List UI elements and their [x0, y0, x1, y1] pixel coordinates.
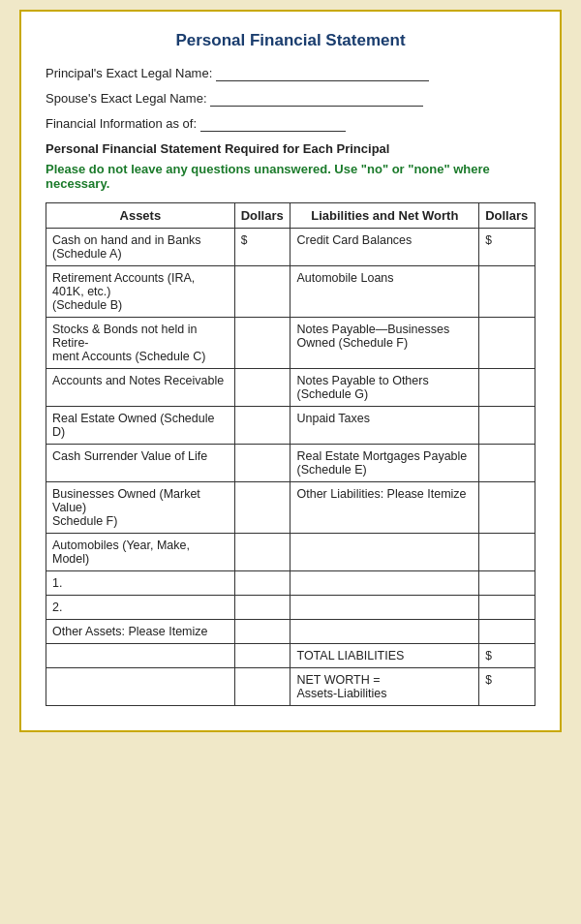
- liability-dollar-cell: [479, 369, 535, 407]
- asset-cell: 2.: [46, 596, 235, 620]
- table-row: Cash Surrender Value of LifeReal Estate …: [46, 445, 535, 482]
- liability-dollar-cell: [479, 534, 535, 571]
- liability-dollar-cell: [479, 266, 535, 318]
- asset-dollar-cell: [234, 407, 290, 445]
- liability-dollar-cell: [479, 571, 535, 596]
- table-row: Businesses Owned (Market Value)Schedule …: [46, 482, 535, 534]
- asset-dollar-cell: [234, 534, 290, 571]
- liability-cell: TOTAL LIABILITIES: [290, 644, 479, 668]
- financial-info-label: Financial Information as of:: [46, 116, 197, 131]
- liability-cell: Notes Payable—BusinessesOwned (Schedule …: [290, 318, 479, 369]
- asset-dollar-cell: [234, 620, 290, 644]
- header-liabilities: Liabilities and Net Worth: [290, 203, 479, 229]
- asset-dollar-cell: [234, 369, 290, 407]
- principal-field: Principal's Exact Legal Name:: [46, 66, 535, 81]
- spouse-label: Spouse's Exact Legal Name:: [46, 91, 207, 106]
- liability-dollar-cell: [479, 407, 535, 445]
- table-row: Accounts and Notes ReceivableNotes Payab…: [46, 369, 535, 407]
- liability-cell: Credit Card Balances: [290, 229, 479, 266]
- table-row: Real Estate Owned (Schedule D)Unpaid Tax…: [46, 407, 535, 445]
- header-assets: Assets: [46, 203, 235, 229]
- header-dollars-left: Dollars: [234, 203, 290, 229]
- page-title: Personal Financial Statement: [46, 31, 535, 50]
- table-row: 1.: [46, 571, 535, 596]
- liability-cell: [290, 596, 479, 620]
- liability-dollar-cell: [479, 482, 535, 534]
- table-row: NET WORTH =Assets-Liabilities$: [46, 668, 535, 706]
- liability-cell: NET WORTH =Assets-Liabilities: [290, 668, 479, 706]
- asset-cell: [46, 644, 235, 668]
- asset-dollar-cell: [234, 571, 290, 596]
- bold-statement: Personal Financial Statement Required fo…: [46, 141, 535, 156]
- liability-dollar-cell: [479, 620, 535, 644]
- asset-cell: Retirement Accounts (IRA, 401K, etc.)(Sc…: [46, 266, 235, 318]
- table-row: TOTAL LIABILITIES$: [46, 644, 535, 668]
- asset-cell: Cash Surrender Value of Life: [46, 445, 235, 482]
- asset-cell: Businesses Owned (Market Value)Schedule …: [46, 482, 235, 534]
- asset-dollar-cell: [234, 445, 290, 482]
- asset-dollar-cell: [234, 482, 290, 534]
- asset-cell: Stocks & Bonds not held in Retire-ment A…: [46, 318, 235, 369]
- asset-dollar-cell: [234, 644, 290, 668]
- principal-label: Principal's Exact Legal Name:: [46, 66, 212, 80]
- page: Personal Financial Statement Principal's…: [19, 10, 562, 732]
- asset-dollar-cell: [234, 668, 290, 706]
- asset-cell: Other Assets: Please Itemize: [46, 620, 235, 644]
- liability-dollar-cell: $: [479, 644, 535, 668]
- table-row: Automobiles (Year, Make, Model): [46, 534, 535, 571]
- financial-info-value[interactable]: [200, 116, 346, 132]
- liability-cell: Automobile Loans: [290, 266, 479, 318]
- liability-cell: Notes Payable to Others(Schedule G): [290, 369, 479, 407]
- financial-info-field: Financial Information as of:: [46, 116, 535, 132]
- liability-cell: Real Estate Mortgages Payable(Schedule E…: [290, 445, 479, 482]
- asset-dollar-cell: [234, 596, 290, 620]
- liability-cell: Unpaid Taxes: [290, 407, 479, 445]
- table-row: 2.: [46, 596, 535, 620]
- asset-dollar-cell: [234, 318, 290, 369]
- spouse-field: Spouse's Exact Legal Name:: [46, 91, 535, 107]
- instruction-text: Please do not leave any questions unansw…: [46, 162, 535, 191]
- table-row: Retirement Accounts (IRA, 401K, etc.)(Sc…: [46, 266, 535, 318]
- asset-cell: Real Estate Owned (Schedule D): [46, 407, 235, 445]
- financial-table: Assets Dollars Liabilities and Net Worth…: [46, 202, 535, 706]
- asset-cell: [46, 668, 235, 706]
- liability-dollar-cell: $: [479, 668, 535, 706]
- liability-cell: [290, 571, 479, 596]
- table-row: Other Assets: Please Itemize: [46, 620, 535, 644]
- liability-dollar-cell: [479, 596, 535, 620]
- asset-cell: Accounts and Notes Receivable: [46, 369, 235, 407]
- principal-value[interactable]: [216, 66, 429, 81]
- asset-cell: Cash on hand and in Banks(Schedule A): [46, 229, 235, 266]
- asset-dollar-cell: [234, 266, 290, 318]
- liability-dollar-cell: [479, 318, 535, 369]
- table-row: Cash on hand and in Banks(Schedule A)$Cr…: [46, 229, 535, 266]
- asset-dollar-cell: $: [234, 229, 290, 266]
- liability-cell: [290, 534, 479, 571]
- liability-cell: Other Liabilities: Please Itemize: [290, 482, 479, 534]
- header-dollars-right: Dollars: [479, 203, 535, 229]
- table-row: Stocks & Bonds not held in Retire-ment A…: [46, 318, 535, 369]
- asset-cell: 1.: [46, 571, 235, 596]
- spouse-value[interactable]: [210, 91, 423, 107]
- liability-cell: [290, 620, 479, 644]
- liability-dollar-cell: $: [479, 229, 535, 266]
- liability-dollar-cell: [479, 445, 535, 482]
- asset-cell: Automobiles (Year, Make, Model): [46, 534, 235, 571]
